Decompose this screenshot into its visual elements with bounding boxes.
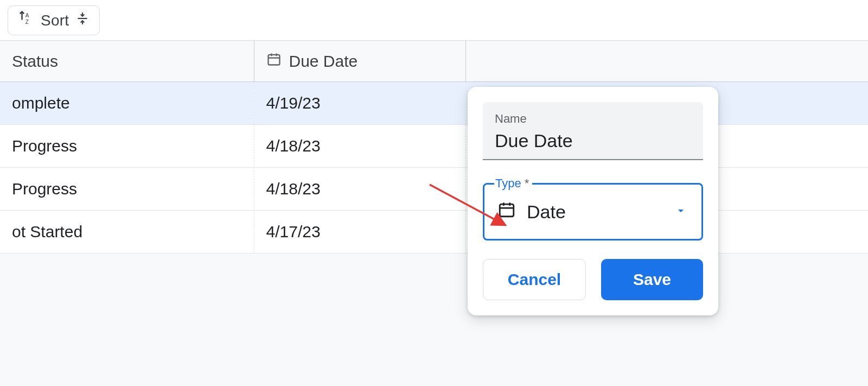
- column-header-label: Due Date: [289, 52, 358, 71]
- column-header-empty: [465, 41, 868, 82]
- cell-status[interactable]: Progress: [0, 125, 254, 168]
- column-name-field[interactable]: Name Due Date: [483, 102, 703, 160]
- column-header-due-date[interactable]: Due Date: [254, 41, 465, 82]
- toolbar: A Z Sort: [0, 0, 868, 41]
- cell-due-date[interactable]: 4/18/23: [254, 125, 465, 168]
- toolbar-strip: A Z Sort: [0, 0, 868, 41]
- svg-rect-8: [500, 204, 514, 217]
- svg-rect-4: [268, 55, 279, 65]
- name-field-label: Name: [495, 112, 691, 126]
- data-table: Status Due Date: [0, 41, 868, 254]
- cancel-button[interactable]: Cancel: [483, 259, 586, 300]
- column-settings-popup: Name Due Date Type * Date Cancel Sa: [468, 87, 718, 315]
- cell-status[interactable]: Progress: [0, 168, 254, 211]
- table-row[interactable]: Progress4/18/23: [0, 125, 868, 168]
- svg-text:A: A: [25, 12, 29, 18]
- table-row[interactable]: Progress4/18/23: [0, 168, 868, 211]
- table-row[interactable]: ot Started4/17/23: [0, 211, 868, 254]
- sort-az-icon: A Z: [18, 10, 34, 30]
- compress-rows-icon: [75, 11, 90, 29]
- calendar-icon: [266, 52, 282, 71]
- popup-button-row: Cancel Save: [483, 259, 703, 300]
- cell-status[interactable]: ot Started: [0, 211, 254, 254]
- column-type-select[interactable]: Type * Date: [483, 183, 703, 241]
- column-header-label: Status: [12, 52, 58, 71]
- type-field-label: Type *: [494, 176, 532, 191]
- save-button[interactable]: Save: [601, 259, 703, 300]
- type-field-value: Date: [527, 201, 566, 223]
- table-area: Status Due Date: [0, 41, 868, 386]
- cell-due-date[interactable]: 4/18/23: [254, 168, 465, 211]
- cell-status[interactable]: omplete: [0, 82, 254, 125]
- svg-text:Z: Z: [25, 19, 29, 25]
- calendar-icon: [497, 200, 516, 223]
- column-header-status[interactable]: Status: [0, 41, 254, 82]
- cell-due-date[interactable]: 4/19/23: [254, 82, 465, 125]
- table-row[interactable]: omplete4/19/23: [0, 82, 868, 125]
- cell-due-date[interactable]: 4/17/23: [254, 211, 465, 254]
- name-field-value: Due Date: [495, 130, 691, 151]
- sort-button[interactable]: A Z Sort: [8, 5, 100, 35]
- dropdown-caret-icon: [674, 204, 687, 219]
- table-header-row: Status Due Date: [0, 41, 868, 82]
- sort-button-label: Sort: [41, 12, 69, 29]
